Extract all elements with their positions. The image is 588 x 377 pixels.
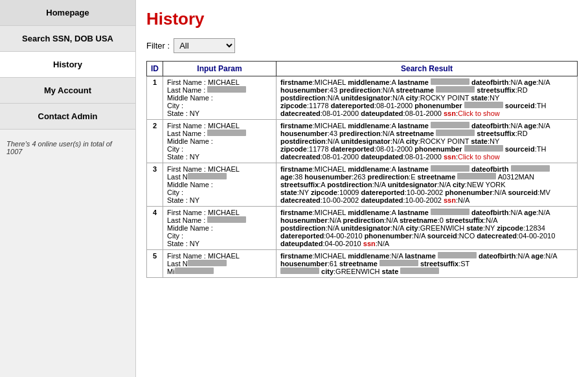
col-header-result: Search Result [277,62,578,76]
redacted-value [207,86,246,93]
redacted-value [431,122,469,128]
redacted-value [464,145,503,152]
redacted-value [400,268,439,274]
redacted-value [207,130,246,136]
redacted-value [207,216,246,223]
col-header-id: ID [147,62,163,76]
redacted-value [188,260,227,266]
search-result: firstname:MICHAEL middlename:A lastname … [277,207,578,250]
redacted-value [457,173,496,179]
search-result: firstname:MICHAEL middlename:A lastname … [277,76,578,120]
table-row: 3 First Name : MICHAEL Last N Middle Nam… [147,163,578,207]
redacted-value [436,86,475,93]
table-row: 5 First Name : MICHAEL Last N Mi firstna… [147,250,578,278]
page-title: History [146,9,578,29]
redacted-value [379,260,418,266]
redacted-value [431,165,469,172]
sidebar-item-homepage[interactable]: Homepage [0,0,135,26]
redacted-value [175,268,214,274]
input-param: First Name : MICHAEL Last N Middle Name … [163,163,277,207]
filter-label: Filter : [146,41,170,51]
table-row: 1 First Name : MICHAEL Last Name : Middl… [147,76,578,120]
row-id: 4 [147,207,163,250]
ssn-link[interactable]: Click to show [458,153,500,161]
sidebar-item-account[interactable]: My Account [0,78,135,104]
search-result: firstname:MICHAEL middlename:A lastname … [277,163,578,207]
main-content: History Filter : All Today This Week Thi… [136,0,588,377]
online-users-status: There's 4 online user(s) in total of 100… [0,132,135,163]
redacted-value [280,268,319,274]
filter-select[interactable]: All Today This Week This Month [174,38,235,53]
filter-row: Filter : All Today This Week This Month [146,38,578,53]
redacted-value [464,102,503,108]
search-result: firstname:MICHAEL middlename:N/A lastnam… [277,250,578,278]
redacted-value [436,130,475,136]
results-table: ID Input Param Search Result 1 First Nam… [146,61,578,278]
input-param: First Name : MICHAEL Last N Mi [163,250,277,278]
redacted-value [438,252,477,258]
col-header-input: Input Param [163,62,277,76]
ssn-link[interactable]: Click to show [458,109,500,117]
redacted-value [431,209,469,215]
input-param: First Name : MICHAEL Last Name : Middle … [163,207,277,250]
redacted-value [188,173,227,179]
row-id: 3 [147,163,163,207]
input-param: First Name : MICHAEL Last Name : Middle … [163,120,277,163]
sidebar: Homepage Search SSN, DOB USA History My … [0,0,136,377]
table-row: 2 First Name : MICHAEL Last Name : Middl… [147,120,578,163]
sidebar-item-search[interactable]: Search SSN, DOB USA [0,26,135,52]
row-id: 1 [147,76,163,120]
row-id: 5 [147,250,163,278]
table-row: 4 First Name : MICHAEL Last Name : Middl… [147,207,578,250]
sidebar-item-contact[interactable]: Contact Admin [0,104,135,130]
input-param: First Name : MICHAEL Last Name : Middle … [163,76,277,120]
search-result: firstname:MICHAEL middlename:A lastname … [277,120,578,163]
row-id: 2 [147,120,163,163]
redacted-value [511,165,550,172]
redacted-value [431,78,469,85]
sidebar-item-history[interactable]: History [0,52,135,78]
